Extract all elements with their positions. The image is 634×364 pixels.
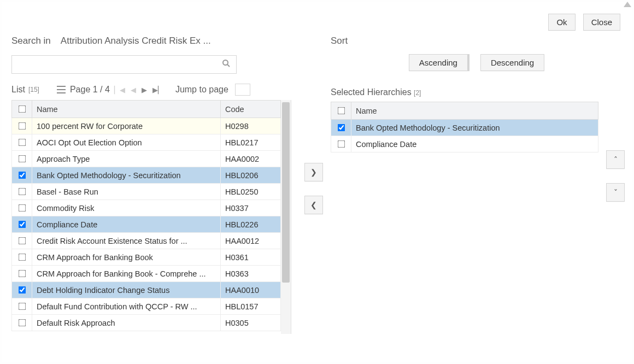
svg-line-1 [227,64,230,67]
selected-table-container: Name Bank Opted Methodology - Securitiza… [331,102,598,152]
col-name[interactable]: Name [32,101,221,118]
row-checkbox[interactable] [19,204,26,212]
search-icon[interactable] [216,59,236,70]
row-code: H0298 [221,118,281,134]
row-name: CRM Approach for Banking Book - Comprehe… [32,266,221,282]
close-button[interactable]: Close [583,14,620,31]
row-code: H0337 [221,200,281,216]
table-row[interactable]: CRM Approach for Banking Book - Comprehe… [12,266,281,282]
chevron-left-icon: ❮ [310,201,317,209]
page-indicator: Page 1 / 4 [70,85,110,95]
sort-label: Sort [331,36,348,46]
reorder-controls: ˄ ˅ [601,150,625,202]
page-last-icon[interactable]: ▶▏ [151,86,165,94]
move-down-button[interactable]: ˅ [606,183,625,202]
chevron-down-icon: ˅ [614,188,618,197]
selected-pane: Sort Ascending Descending Selected Hiera… [331,36,623,342]
row-checkbox[interactable] [19,221,26,228]
row-checkbox[interactable] [19,188,26,196]
row-code: HBL0217 [221,134,281,151]
row-name: CRM Approach for Banking Book [32,249,221,266]
page-prev-icon[interactable]: ◀ [130,86,137,94]
row-checkbox[interactable] [19,286,26,294]
svg-point-0 [223,60,228,65]
sort-descending-button[interactable]: Descending [480,54,544,71]
selected-select-all-checkbox[interactable] [338,107,345,115]
resize-corner-icon [624,2,631,7]
move-right-button[interactable]: ❯ [304,163,323,181]
list-view-icon[interactable] [57,86,66,93]
select-all-checkbox[interactable] [19,105,26,113]
scrollbar-thumb[interactable] [282,102,290,283]
move-left-button[interactable]: ❮ [304,196,323,214]
table-row[interactable]: Basel - Base RunHBL0250 [12,184,281,200]
table-row[interactable]: Compliance Date [331,136,598,152]
row-name: Bank Opted Methodology - Securitization [351,120,598,136]
row-checkbox[interactable] [19,122,26,130]
row-checkbox[interactable] [338,124,345,132]
row-checkbox[interactable] [19,319,26,327]
table-row[interactable]: 100 percent RW for CorporateH0298 [12,118,281,134]
chevron-up-icon: ˄ [614,155,618,164]
dialog-actions: Ok Close [543,14,620,31]
row-name: Bank Opted Methodology - Securitization [32,167,221,184]
row-checkbox[interactable] [19,139,26,146]
jump-to-page-input[interactable] [235,84,250,96]
row-name: 100 percent RW for Corporate [32,118,221,134]
row-code: HBL0206 [221,167,281,184]
search-context: Attribution Analysis Credit Risk Ex ... [61,36,211,46]
row-code: HBL0250 [221,184,281,200]
row-name: Basel - Base Run [32,184,221,200]
available-pane: Search in Attribution Analysis Credit Ri… [11,36,291,342]
list-count: [15] [28,86,39,93]
row-code: HAA0002 [221,151,281,167]
row-checkbox[interactable] [19,254,26,261]
table-row[interactable]: Bank Opted Methodology - Securitization [331,120,598,136]
row-checkbox[interactable] [19,237,26,245]
search-label: Search in [11,36,51,46]
table-row[interactable]: CRM Approach for Banking BookH0361 [12,249,281,266]
transfer-controls: ❯ ❮ [291,36,331,342]
selected-col-name[interactable]: Name [351,102,598,120]
search-box [11,55,237,74]
table-row[interactable]: Compliance DateHBL0226 [12,216,281,233]
row-code: HBL0157 [221,298,281,315]
row-checkbox[interactable] [338,140,345,148]
page-first-icon[interactable]: ▏◀ [113,86,126,94]
table-row[interactable]: Credit Risk Account Existence Status for… [12,233,281,249]
table-row[interactable]: Bank Opted Methodology - SecuritizationH… [12,167,281,184]
search-input[interactable] [12,56,216,73]
hierarchy-picker-dialog: Ok Close Search in Attribution Analysis … [0,0,634,364]
list-header: List [15] Page 1 / 4 ▏◀ ◀ ▶ ▶▏ Jump to p… [11,84,291,96]
ok-button[interactable]: Ok [548,14,575,31]
move-up-button[interactable]: ˄ [606,150,625,169]
page-next-icon[interactable]: ▶ [140,86,148,94]
row-checkbox[interactable] [19,303,26,310]
table-row[interactable]: Default Risk ApproachH0305 [12,315,281,331]
row-checkbox[interactable] [19,270,26,278]
row-checkbox[interactable] [19,155,26,163]
table-row[interactable]: AOCI Opt Out Election OptionHBL0217 [12,134,281,151]
selected-count: [2] [414,89,421,97]
row-name: Approach Type [32,151,221,167]
row-name: Debt Holding Indicator Change Status [32,282,221,298]
available-table-container: Name Code 100 percent RW for CorporateH0… [11,100,291,334]
col-code[interactable]: Code [221,101,281,118]
selected-header: Selected Hierarchies [2] [331,87,623,97]
row-checkbox[interactable] [19,172,26,179]
row-name: AOCI Opt Out Election Option [32,134,221,151]
table-row[interactable]: Default Fund Contribution with QCCP - RW… [12,298,281,315]
table-row[interactable]: Debt Holding Indicator Change StatusHAA0… [12,282,281,298]
scrollbar-track[interactable] [281,100,291,334]
available-table: Name Code 100 percent RW for CorporateH0… [11,100,281,331]
row-name: Default Fund Contribution with QCCP - RW… [32,298,221,315]
selected-label: Selected Hierarchies [331,87,412,97]
table-row[interactable]: Approach TypeHAA0002 [12,151,281,167]
table-row[interactable]: Commodity RiskH0337 [12,200,281,216]
row-name: Compliance Date [32,216,221,233]
row-name: Credit Risk Account Existence Status for… [32,233,221,249]
row-code: HAA0010 [221,282,281,298]
jump-label: Jump to page [175,85,228,95]
sort-ascending-button[interactable]: Ascending [409,54,469,71]
list-label: List [11,85,25,95]
